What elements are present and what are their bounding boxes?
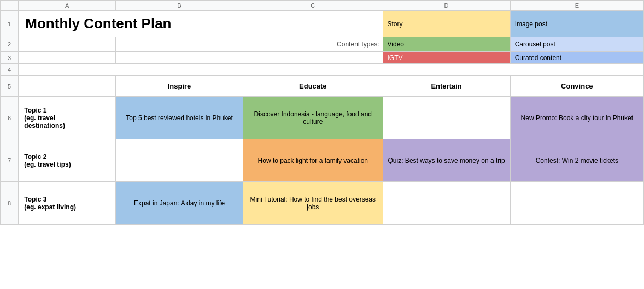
topic-3-label: Topic 3 (eg. expat living) <box>19 182 116 225</box>
row-num-6: 6 <box>1 97 19 139</box>
topic-1-label: Topic 1 (eg. travel destinations) <box>19 97 116 139</box>
header-inspire: Inspire <box>115 76 243 97</box>
col-header-C: C <box>243 1 383 11</box>
topic-3-inspire[interactable]: Expat in Japan: A day in my life <box>115 182 243 225</box>
topic-2-inspire[interactable] <box>115 139 243 182</box>
col-header-B: B <box>115 1 243 11</box>
cell-2b[interactable] <box>115 37 243 52</box>
cell-2a[interactable] <box>19 37 116 52</box>
topic-3-entertain[interactable] <box>383 182 510 225</box>
legend-label: Content types: <box>243 37 383 52</box>
topic-1-inspire[interactable]: Top 5 best reviewed hotels in Phuket <box>115 97 243 139</box>
topic-3-educate[interactable]: Mini Tutorial: How to find the best over… <box>243 182 383 225</box>
legend-carousel: Carousel post <box>510 37 643 52</box>
cell-4-empty[interactable] <box>19 64 644 76</box>
row-num-2: 2 <box>1 37 19 52</box>
legend-curated: Curated content <box>510 52 643 64</box>
header-educate: Educate <box>243 76 383 97</box>
topic-2-educate[interactable]: How to pack light for a family vacation <box>243 139 383 182</box>
legend-image: Image post <box>510 11 643 37</box>
col-header-D: D <box>383 1 510 11</box>
row-num-3: 3 <box>1 52 19 64</box>
legend-igtv: IGTV <box>383 52 510 64</box>
cell-1c[interactable] <box>243 11 383 37</box>
topic-2-convince[interactable]: Contest: Win 2 movie tickets <box>510 139 643 182</box>
topic-1-entertain[interactable] <box>383 97 510 139</box>
topic-3-convince[interactable] <box>510 182 643 225</box>
col-header-A: A <box>19 1 116 11</box>
row-num-1: 1 <box>1 11 19 37</box>
row-num-8: 8 <box>1 182 19 225</box>
topic-1-educate[interactable]: Discover Indonesia - language, food and … <box>243 97 383 139</box>
cell-3b[interactable] <box>115 52 243 64</box>
topic-2-entertain[interactable]: Quiz: Best ways to save money on a trip <box>383 139 510 182</box>
spreadsheet-title: Monthly Content Plan <box>19 11 243 37</box>
row-num-5: 5 <box>1 76 19 97</box>
header-convince: Convince <box>510 76 643 97</box>
col-header-E: E <box>510 1 643 11</box>
cell-3a[interactable] <box>19 52 116 64</box>
header-entertain: Entertain <box>383 76 510 97</box>
legend-video: Video <box>383 37 510 52</box>
row-num-4: 4 <box>1 64 19 76</box>
topic-2-label: Topic 2 (eg. travel tips) <box>19 139 116 182</box>
topic-1-convince[interactable]: New Promo: Book a city tour in Phuket <box>510 97 643 139</box>
row-num-7: 7 <box>1 139 19 182</box>
header-topic <box>19 76 116 97</box>
legend-story: Story <box>383 11 510 37</box>
cell-3c[interactable] <box>243 52 383 64</box>
